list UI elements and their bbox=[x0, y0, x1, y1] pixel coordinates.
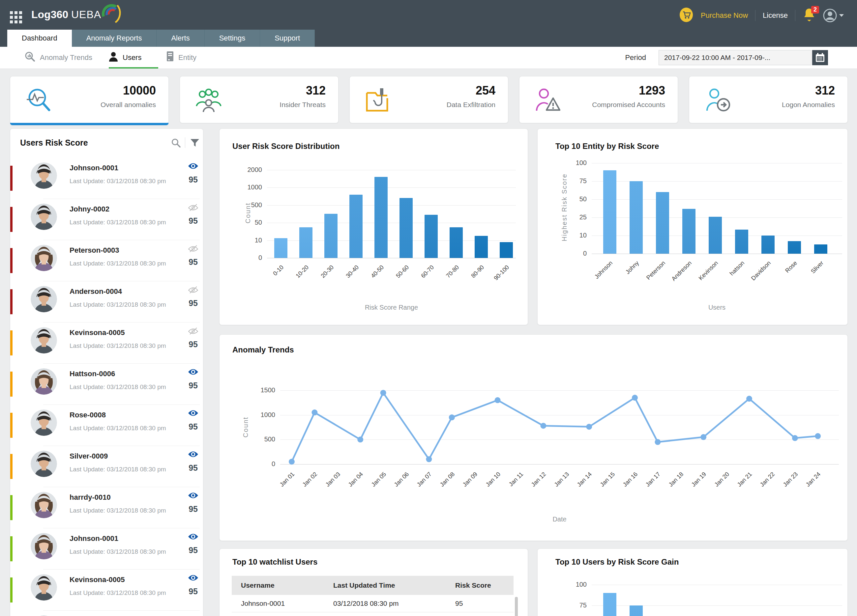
user-risk-score: 95 bbox=[189, 257, 198, 267]
calendar-icon bbox=[815, 53, 825, 62]
user-risk-score: 95 bbox=[189, 175, 198, 184]
stat-card-logon-anomalies[interactable]: 312Logon Anomalies bbox=[689, 76, 848, 123]
y-tick-label: 0 bbox=[249, 460, 275, 468]
tab-anomaly-reports[interactable]: Anomaly Reports bbox=[72, 29, 157, 47]
notifications-bell-icon[interactable]: 2 bbox=[803, 7, 816, 24]
user-risk-row[interactable]: harrdy-0010Last Update: 03/12/2018 08:30… bbox=[10, 487, 203, 528]
watchlist-row[interactable]: Johnson-000103/12/2018 08:30 pm95 bbox=[232, 595, 514, 612]
bar-60-70[interactable] bbox=[425, 215, 438, 258]
user-risk-row[interactable]: Johny-0002Last Update: 03/12/2018 08:30 … bbox=[10, 611, 203, 616]
y-tick-label: 500 bbox=[249, 435, 275, 443]
y-tick-label: 1000 bbox=[249, 411, 275, 419]
eye-icon[interactable] bbox=[188, 368, 198, 377]
bar-10-20[interactable] bbox=[299, 227, 312, 258]
compromised-accounts-icon bbox=[534, 86, 562, 114]
user-name: Johnson-0001 bbox=[70, 534, 118, 543]
bar-Johnson[interactable] bbox=[603, 593, 616, 616]
stat-value: 312 bbox=[306, 84, 326, 97]
user-risk-score: 95 bbox=[189, 545, 198, 555]
eye-off-icon[interactable] bbox=[188, 245, 198, 254]
top-entity-title: Top 10 Entity by Risk Score bbox=[555, 142, 659, 151]
tab-settings[interactable]: Settings bbox=[205, 29, 260, 47]
bar-0-10[interactable] bbox=[274, 238, 288, 258]
tab-dashboard[interactable]: Dashboard bbox=[7, 29, 72, 47]
user-risk-score: 95 bbox=[189, 587, 198, 596]
bar-Johnson[interactable] bbox=[603, 170, 616, 254]
bar-Kevinson[interactable] bbox=[708, 217, 722, 254]
gridline-100 bbox=[592, 585, 842, 585]
eye-icon[interactable] bbox=[188, 492, 198, 500]
stat-label: Insider Threats bbox=[280, 101, 326, 109]
user-last-update: Last Update: 03/12/2018 08:30 pm bbox=[70, 466, 166, 473]
bar-Andreson[interactable] bbox=[682, 209, 696, 254]
search-icon[interactable] bbox=[171, 138, 181, 149]
logon-anomalies-icon bbox=[704, 86, 732, 114]
eye-icon[interactable] bbox=[188, 451, 198, 459]
main-tabs: DashboardAnomaly ReportsAlertsSettingsSu… bbox=[7, 29, 315, 47]
cart-icon[interactable] bbox=[679, 8, 693, 23]
user-risk-row[interactable]: Hattson-0006Last Update: 03/12/2018 08:3… bbox=[10, 364, 203, 405]
calendar-button[interactable] bbox=[812, 50, 828, 65]
anomaly-trends-ylabel: Count bbox=[242, 378, 249, 477]
bar-40-50[interactable] bbox=[374, 177, 388, 258]
bar-Sliver[interactable] bbox=[814, 244, 827, 254]
bar-90-100[interactable] bbox=[500, 242, 513, 258]
user-risk-row[interactable]: Rose-0008Last Update: 03/12/2018 08:30 p… bbox=[10, 405, 203, 446]
severity-bar bbox=[10, 536, 12, 561]
user-risk-row[interactable]: Johnson-0001Last Update: 03/12/2018 08:3… bbox=[10, 528, 203, 570]
stat-card-overall-anomalies[interactable]: 10000Overall anomalies bbox=[10, 76, 169, 125]
user-last-update: Last Update: 03/12/2018 08:30 pm bbox=[70, 425, 166, 432]
user-last-update: Last Update: 03/12/2018 08:30 pm bbox=[70, 383, 166, 391]
user-risk-row[interactable]: Kevinsona-0005Last Update: 03/12/2018 08… bbox=[10, 570, 203, 611]
top-entity-ylabel: Highest Risk Score bbox=[561, 158, 568, 257]
gridline-1000 bbox=[267, 187, 516, 188]
bar-Rose[interactable] bbox=[788, 241, 801, 254]
period-label: Period bbox=[625, 47, 646, 68]
eye-icon[interactable] bbox=[188, 533, 198, 542]
user-risk-row[interactable]: Anderson-0004Last Update: 03/12/2018 08:… bbox=[10, 281, 203, 323]
user-risk-row[interactable]: Silver-0009Last Update: 03/12/2018 08:30… bbox=[10, 446, 203, 487]
eye-icon[interactable] bbox=[188, 162, 198, 171]
bar-hatson[interactable] bbox=[735, 230, 748, 254]
eye-off-icon[interactable] bbox=[188, 327, 198, 337]
user-risk-row[interactable]: Kevinsona-0005Last Update: 03/12/2018 08… bbox=[10, 323, 203, 364]
eye-off-icon[interactable] bbox=[188, 204, 198, 213]
purchase-now-link[interactable]: Purchase Now bbox=[701, 11, 748, 20]
subnav-item-anomaly-trends[interactable]: Anomaly Trends bbox=[25, 47, 92, 68]
tab-alerts[interactable]: Alerts bbox=[156, 29, 204, 47]
watchlist-last-updated: 03/12/2018 08:30 pm bbox=[333, 599, 455, 607]
stat-card-insider-threats[interactable]: 312Insider Threats bbox=[179, 76, 339, 123]
license-link[interactable]: License bbox=[763, 11, 788, 20]
tab-support[interactable]: Support bbox=[260, 29, 315, 47]
gridline-100 bbox=[592, 163, 842, 164]
bar-Davidson[interactable] bbox=[761, 236, 775, 254]
eye-icon[interactable] bbox=[188, 409, 198, 418]
subnav-item-users[interactable]: Users bbox=[109, 47, 141, 68]
bar-30-40[interactable] bbox=[350, 195, 363, 258]
risk-distribution-title: User Risk Score Distribution bbox=[232, 142, 339, 151]
bar-50-60[interactable] bbox=[399, 198, 413, 258]
bar-Johny[interactable] bbox=[630, 181, 643, 254]
eye-icon[interactable] bbox=[188, 574, 198, 583]
stat-card-data-exfiltration[interactable]: 254Data Exfiltration bbox=[350, 76, 508, 123]
bar-80-90[interactable] bbox=[475, 236, 488, 258]
product-logo: Log360 UEBA bbox=[31, 9, 101, 21]
period-range-input[interactable]: 2017-09-22 10:00 AM - 2017-09-... bbox=[659, 50, 812, 65]
account-menu[interactable] bbox=[823, 9, 844, 22]
subnav-item-entity[interactable]: Entity bbox=[167, 47, 196, 68]
y-tick-label: 1500 bbox=[249, 386, 275, 394]
bar-Johny[interactable] bbox=[630, 605, 643, 616]
eye-off-icon[interactable] bbox=[188, 286, 198, 295]
stat-label: Overall anomalies bbox=[101, 101, 156, 109]
filter-icon[interactable] bbox=[190, 138, 200, 149]
bar-Peterson[interactable] bbox=[656, 192, 669, 254]
stat-card-compromised-accounts[interactable]: 1293Compromised Accounts bbox=[519, 76, 678, 123]
user-risk-row[interactable]: Johny-0002Last Update: 03/12/2018 08:30 … bbox=[10, 199, 203, 240]
user-risk-row[interactable]: Johnson-0001Last Update: 03/12/2018 08:3… bbox=[10, 158, 203, 199]
severity-bar bbox=[10, 454, 12, 479]
bar-70-80[interactable] bbox=[450, 227, 463, 258]
watchlist-scrollbar[interactable] bbox=[515, 597, 518, 616]
user-risk-row[interactable]: Peterson-0003Last Update: 03/12/2018 08:… bbox=[10, 240, 203, 281]
app-grid-icon[interactable] bbox=[10, 11, 23, 25]
bar-20-30[interactable] bbox=[324, 214, 337, 258]
